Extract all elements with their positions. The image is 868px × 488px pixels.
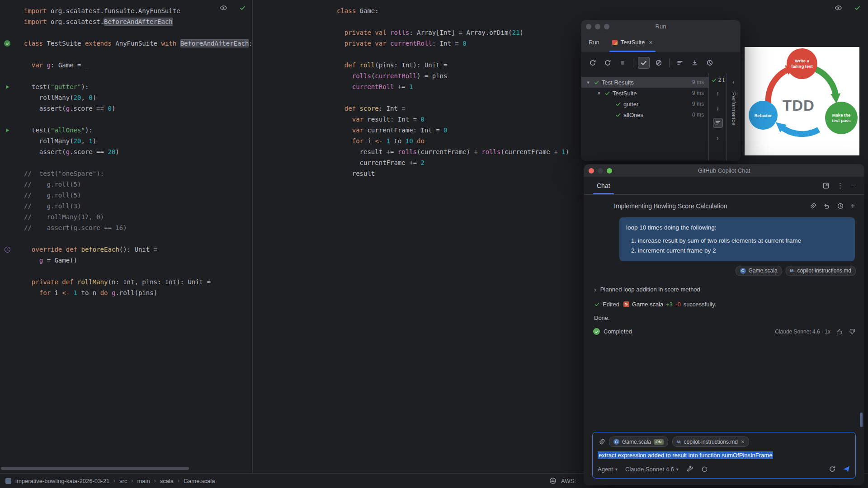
rerun-icon[interactable] (587, 57, 599, 69)
collapse-icon[interactable]: ‹ (729, 77, 739, 87)
breadcrumb-item[interactable]: src (119, 478, 127, 484)
retry-icon[interactable] (829, 465, 836, 473)
code-line[interactable]: // g.roll(5) (24, 179, 253, 190)
toolwindow-label[interactable]: Run (581, 33, 607, 52)
open-in-editor-icon[interactable] (822, 182, 830, 189)
tab-performance[interactable]: Performance (731, 92, 737, 126)
code-line[interactable]: private val rolls: Array[Int] = Array.of… (337, 27, 569, 38)
tab-testsuite[interactable]: TestSuite × (607, 33, 658, 52)
code-line[interactable]: result += rolls(currentFrame) + rolls(cu… (337, 146, 569, 157)
chat-input-box[interactable]: CGame.scalaONM↓copilot-instructions.md× … (592, 432, 856, 479)
more-options-icon[interactable]: ⋮ (837, 182, 844, 190)
aws-status-label[interactable]: AWS: (561, 478, 576, 484)
code-line[interactable]: var result: Int = 0 (337, 114, 569, 125)
chevron-down-icon[interactable]: ▾ (585, 80, 591, 85)
run-window-titlebar[interactable]: Run (581, 20, 740, 33)
test-tree-row[interactable]: gutter9 ms (581, 99, 708, 109)
chevron-down-icon[interactable]: ▾ (596, 90, 602, 96)
breadcrumb-item[interactable]: main (137, 478, 150, 484)
chevron-right-icon[interactable]: › (594, 286, 596, 293)
code-line[interactable]: rolls(currentRoll) = pins (337, 70, 569, 81)
breadcrumb-item[interactable]: Game.scala (184, 478, 215, 484)
code-line[interactable]: rollMany(20, 0) (24, 92, 253, 103)
code-line[interactable] (24, 49, 253, 60)
code-line[interactable]: var currentFrame: Int = 0 (337, 125, 569, 136)
sort-icon[interactable] (674, 57, 686, 69)
code-line[interactable]: var g: Game = _ (24, 60, 253, 70)
send-icon[interactable] (842, 465, 850, 473)
breadcrumb-item[interactable]: imperative-bowling-kata-2026-03-21 (15, 478, 109, 484)
history-icon[interactable] (837, 202, 844, 210)
next-test-icon[interactable]: ↓ (713, 103, 723, 113)
minimize-button[interactable] (598, 168, 603, 174)
show-ignored-icon[interactable] (653, 57, 665, 69)
code-line[interactable]: class Game: (337, 5, 569, 16)
file-chip[interactable]: CGame.scala (736, 266, 782, 276)
thumbs-down-icon[interactable] (849, 328, 856, 335)
attach-file-icon[interactable] (598, 438, 605, 446)
code-line[interactable]: def score: Int = (337, 103, 569, 114)
code-line[interactable]: class TestSuite extends AnyFunSuite with… (24, 38, 253, 49)
no-problems-check-icon[interactable] (239, 5, 246, 11)
code-line[interactable] (24, 70, 253, 81)
previous-test-icon[interactable]: ↑ (713, 88, 723, 98)
file-chip[interactable]: M↓copilot-instructions.md× (672, 436, 749, 447)
code-line[interactable]: // assert(g.score == 16) (24, 222, 253, 233)
code-line[interactable] (24, 233, 253, 244)
gutter-run-test-icon[interactable] (4, 127, 11, 134)
gutter-override-marker-icon[interactable]: ↑ (4, 246, 11, 253)
close-icon[interactable]: × (649, 39, 652, 46)
tools-icon[interactable] (686, 465, 693, 473)
code-line[interactable]: assert(g.score == 20) (24, 146, 253, 157)
filter-toggle-icon[interactable] (713, 118, 723, 128)
code-line[interactable]: for i <- 1 to 10 do (337, 136, 569, 146)
mode-selector[interactable]: Agent ▾ (598, 466, 618, 473)
horizontal-scrollbar[interactable] (1, 467, 189, 470)
test-tree-row[interactable]: ▾Test Results9 ms (581, 77, 708, 88)
close-icon[interactable]: × (741, 438, 745, 445)
test-tree-row[interactable]: allOnes0 ms (581, 109, 708, 120)
code-line[interactable]: import org.scalatest.BeforeAndAfterEach (24, 16, 253, 27)
code-line[interactable] (337, 16, 569, 27)
close-button[interactable] (586, 24, 591, 29)
import-results-icon[interactable] (689, 57, 701, 69)
code-line[interactable]: // g.roll(3) (24, 201, 253, 211)
zoom-button[interactable] (604, 24, 609, 29)
code-line[interactable]: for i <- 1 to n do g.roll(pins) (24, 287, 253, 298)
code-line[interactable] (24, 157, 253, 168)
zoom-button[interactable] (607, 168, 612, 174)
reader-mode-eye-icon[interactable] (220, 4, 227, 12)
code-line[interactable]: import org.scalatest.funsuite.AnyFunSuit… (24, 5, 253, 16)
code-line[interactable]: private def rollMany(n: Int, pins: Int):… (24, 277, 253, 287)
editor-testsuite[interactable]: import org.scalatest.funsuite.AnyFunSuit… (0, 0, 253, 473)
code-line[interactable]: rollMany(20, 1) (24, 136, 253, 146)
no-problems-check-icon[interactable] (854, 5, 861, 11)
chat-input-field[interactable]: extract expression added to result into … (598, 451, 850, 460)
code-line[interactable]: test("allOnes"): (24, 125, 253, 136)
collapsed-step[interactable]: › Planned loop addition in score method (592, 286, 856, 293)
testsuite-code[interactable]: import org.scalatest.funsuite.AnyFunSuit… (24, 5, 253, 298)
undo-icon[interactable] (823, 202, 830, 210)
gutter-run-test-icon[interactable] (4, 83, 11, 90)
code-line[interactable]: // rollMany(17, 0) (24, 211, 253, 222)
code-line[interactable] (24, 27, 253, 38)
show-passed-icon[interactable] (638, 57, 650, 69)
tab-chat[interactable]: Chat (591, 177, 616, 194)
reader-mode-eye-icon[interactable] (835, 4, 842, 12)
gutter-test-passed-icon[interactable] (4, 40, 11, 47)
equalizer-icon[interactable] (549, 477, 557, 484)
chat-scrollbar[interactable] (860, 413, 863, 427)
code-line[interactable]: override def beforeEach(): Unit = (24, 244, 253, 255)
copilot-titlebar[interactable]: GitHub Copilot Chat (584, 164, 864, 177)
history-icon[interactable] (704, 57, 716, 69)
attach-icon[interactable] (809, 202, 816, 210)
new-chat-icon[interactable]: + (851, 202, 855, 210)
minimize-button[interactable] (595, 24, 600, 29)
code-line[interactable] (337, 49, 569, 60)
code-line[interactable] (24, 266, 253, 277)
game-code[interactable]: class Game: private val rolls: Array[Int… (337, 5, 569, 179)
code-line[interactable] (24, 114, 253, 125)
code-line[interactable]: currentRoll += 1 (337, 81, 569, 92)
code-line[interactable]: def roll(pins: Int): Unit = (337, 60, 569, 70)
edited-file-name[interactable]: Game.scala (632, 301, 663, 308)
